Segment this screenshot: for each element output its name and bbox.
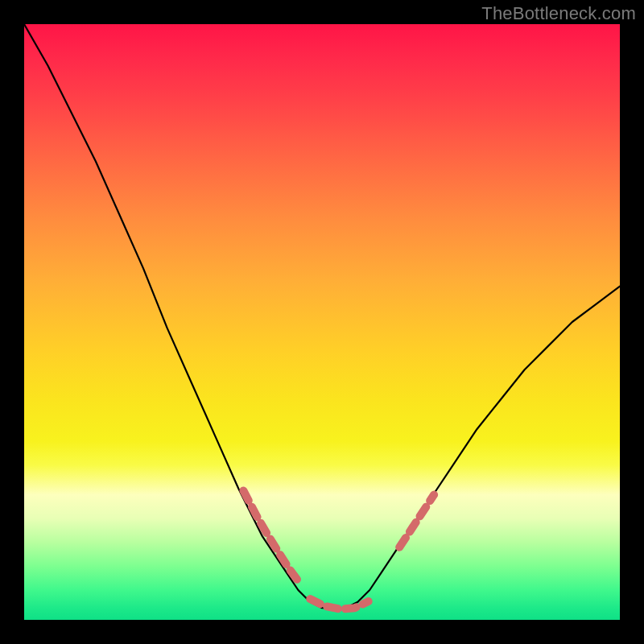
series-group: [24, 24, 620, 609]
chart-frame: TheBottleneck.com: [0, 0, 644, 644]
plot-area: [24, 24, 620, 620]
series-left-dots: [243, 490, 300, 584]
chart-svg: [24, 24, 620, 620]
watermark-text: TheBottleneck.com: [481, 3, 636, 24]
series-right-dots: [399, 495, 434, 547]
series-curve: [24, 24, 620, 608]
